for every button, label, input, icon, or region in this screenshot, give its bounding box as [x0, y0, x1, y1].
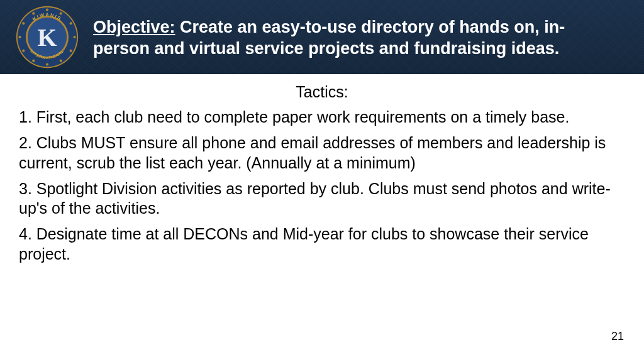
slide-body: Tactics: 1. First, each club need to com… — [0, 74, 644, 264]
svg-point-13 — [18, 36, 21, 38]
kiwanis-seal-icon: KIWANIS INTERNATIONAL K — [14, 4, 80, 70]
svg-point-7 — [73, 36, 75, 38]
svg-point-4 — [46, 8, 48, 11]
tactic-item: 4. Designate time at all DECONs and Mid-… — [19, 224, 625, 264]
objective-label: Objective: — [93, 18, 175, 36]
tactic-item: 1. First, each club need to complete pap… — [19, 107, 625, 127]
svg-point-10 — [46, 63, 48, 65]
tactic-item: 3. Spotlight Division activities as repo… — [19, 179, 625, 219]
tactic-item: 2. Clubs MUST ensure all phone and email… — [19, 133, 625, 173]
kiwanis-logo: KIWANIS INTERNATIONAL K — [13, 3, 82, 72]
logo-letter-k: K — [38, 24, 57, 52]
tactics-heading: Tactics: — [19, 83, 625, 101]
slide-title: Objective: Create an easy-to-use directo… — [93, 14, 615, 60]
slide-header: KIWANIS INTERNATIONAL K Objective: Creat… — [0, 0, 644, 74]
page-number: 21 — [611, 330, 624, 343]
